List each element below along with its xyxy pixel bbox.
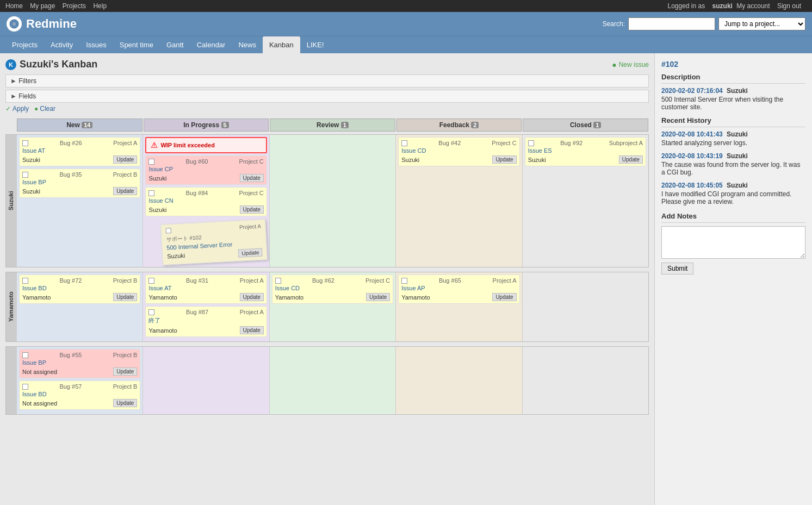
sticky-update-btn[interactable]: Update — [238, 248, 263, 257]
col-header-feedback: Feedback 2 — [396, 119, 522, 132]
update-button[interactable]: Update — [492, 155, 516, 164]
fields-section[interactable]: ► Fields — [5, 90, 649, 103]
issue-assignee: Suzuki — [401, 157, 419, 163]
update-button[interactable]: Update — [113, 293, 137, 301]
issue-id: Bug #60 — [185, 158, 208, 165]
nav-projects[interactable]: Projects — [63, 2, 86, 10]
project-jump-select[interactable]: Jump to a project... — [718, 17, 805, 30]
issue-title[interactable]: Issue CD — [401, 147, 516, 154]
card-checkbox[interactable] — [22, 352, 28, 358]
issue-assignee: Not assigned — [22, 400, 57, 407]
page-title-bar: K Suzuki's Kanban ● New issue — [5, 59, 649, 70]
filters-section[interactable]: ► Filters — [5, 74, 649, 88]
update-button[interactable]: Update — [240, 174, 264, 182]
nav-activity[interactable]: Activity — [44, 36, 79, 53]
issue-project: Project A — [240, 309, 264, 315]
new-issue-button[interactable]: ● New issue — [612, 60, 649, 69]
update-button[interactable]: Update — [366, 293, 390, 301]
issue-id: Bug #72 — [59, 277, 82, 284]
nav-spent-time[interactable]: Spent time — [113, 36, 160, 53]
closed-count-badge: 1 — [593, 122, 601, 128]
issue-project: Project B — [113, 277, 138, 284]
issue-project: Project C — [239, 158, 264, 165]
issue-title[interactable]: 終了 — [148, 316, 263, 325]
card-checkbox[interactable] — [275, 278, 281, 284]
issue-project: Project A — [113, 140, 137, 146]
page-title: K Suzuki's Kanban — [5, 59, 97, 70]
card-checkbox[interactable] — [148, 159, 154, 165]
card-checkbox[interactable] — [22, 172, 28, 178]
feedback-count-badge: 2 — [471, 122, 479, 128]
update-button[interactable]: Update — [240, 293, 264, 301]
nav-like[interactable]: LIKE! — [300, 36, 331, 53]
update-button[interactable]: Update — [492, 293, 516, 301]
card-bug60: Bug #60 Project C Issue CP Suzuki Update — [145, 155, 266, 185]
card-checkbox[interactable] — [22, 384, 28, 390]
update-button[interactable]: Update — [240, 326, 264, 334]
notes-textarea[interactable] — [661, 226, 805, 259]
nav-home[interactable]: Home — [5, 2, 23, 10]
nav-gantt[interactable]: Gantt — [160, 36, 190, 53]
swimlane-yamamoto: Yamamoto Bug #72 Project B Issue BD — [5, 272, 649, 342]
update-button[interactable]: Update — [113, 367, 137, 376]
search-input[interactable] — [628, 17, 715, 30]
card-checkbox[interactable] — [22, 278, 28, 284]
issue-title[interactable]: Issue BD — [22, 391, 137, 397]
my-account-link[interactable]: My account — [736, 2, 770, 10]
card-checkbox[interactable] — [401, 278, 407, 284]
issue-title[interactable]: Issue AT — [148, 285, 263, 291]
suzuki-inprogress-col: ⚠ WIP limit exceeded Bug #60 Project C I… — [142, 135, 269, 267]
site-title: Redmine — [26, 17, 77, 31]
submit-button[interactable]: Submit — [661, 263, 693, 275]
nav-mypage[interactable]: My page — [30, 2, 55, 10]
issue-title[interactable]: Issue BD — [22, 285, 137, 291]
nav-calendar[interactable]: Calendar — [190, 36, 232, 53]
card-bug65: Bug #65 Project A Issue AP Yamamoto Upda… — [398, 275, 519, 304]
update-button[interactable]: Update — [113, 399, 137, 407]
issue-title[interactable]: Issue AT — [22, 147, 137, 154]
issue-assignee: Yamamoto — [148, 327, 177, 334]
nav-issues[interactable]: Issues — [79, 36, 113, 53]
card-checkbox[interactable] — [148, 278, 154, 284]
issue-title[interactable]: Issue CP — [148, 166, 263, 172]
issue-title[interactable]: Issue AP — [401, 285, 516, 291]
issue-project: Project B — [113, 352, 138, 358]
nav-news[interactable]: News — [232, 36, 263, 53]
unassigned-columns: Bug #55 Project B Issue BP Not assigned … — [17, 347, 648, 414]
card-checkbox[interactable] — [401, 140, 407, 146]
card-bug26: Bug #26 Project A Issue AT Suzuki Update — [19, 137, 140, 166]
filters-toggle: ► — [10, 77, 17, 85]
update-button[interactable]: Update — [113, 187, 137, 195]
top-nav-left: Home My page Projects Help — [5, 2, 112, 10]
update-button[interactable]: Update — [113, 155, 137, 164]
issue-title[interactable]: Issue BP — [22, 179, 137, 185]
nav-kanban[interactable]: Kanban — [263, 36, 300, 53]
card-checkbox[interactable] — [148, 190, 154, 196]
update-button[interactable]: Update — [619, 155, 643, 164]
issue-assignee: Not assigned — [22, 369, 57, 375]
issue-title[interactable]: Issue BP — [22, 359, 137, 366]
card-checkbox[interactable] — [528, 140, 534, 146]
card-checkbox[interactable] — [22, 140, 28, 146]
issue-project: Subproject A — [609, 140, 643, 146]
yamamoto-inprogress-col: Bug #31 Project A Issue AT Yamamoto Upda… — [142, 272, 269, 341]
card-bug84: Bug #84 Project C Issue CN Suzuki Update — [145, 187, 266, 216]
issue-title[interactable]: Issue CN — [148, 197, 263, 204]
clear-button[interactable]: ● Clear — [34, 105, 55, 113]
nav-help[interactable]: Help — [93, 2, 107, 10]
sidebar-history-entry-4: 2020-02-08 10:45:05 Suzuki I have modifi… — [661, 182, 805, 205]
sidebar-initial-entry: 2020-02-02 07:16:04 Suzuki 500 Internal … — [661, 87, 805, 111]
apply-button[interactable]: ✓ Apply — [5, 105, 29, 113]
update-button[interactable]: Update — [240, 205, 264, 214]
issue-id: Bug #57 — [59, 383, 82, 390]
swimlane-yamamoto-label: Yamamoto — [6, 272, 17, 341]
sticky-cb[interactable] — [166, 228, 172, 234]
issue-title[interactable]: Issue CD — [275, 285, 390, 291]
nav-projects-main[interactable]: Projects — [5, 36, 44, 53]
main-navigation: Projects Activity Issues Spent time Gant… — [0, 36, 812, 53]
card-checkbox[interactable] — [148, 309, 154, 315]
sign-out-link[interactable]: Sign out — [777, 2, 801, 10]
issue-title[interactable]: Issue ES — [528, 147, 643, 154]
issue-project: Project A — [493, 277, 517, 284]
issue-assignee: Suzuki — [148, 175, 166, 182]
